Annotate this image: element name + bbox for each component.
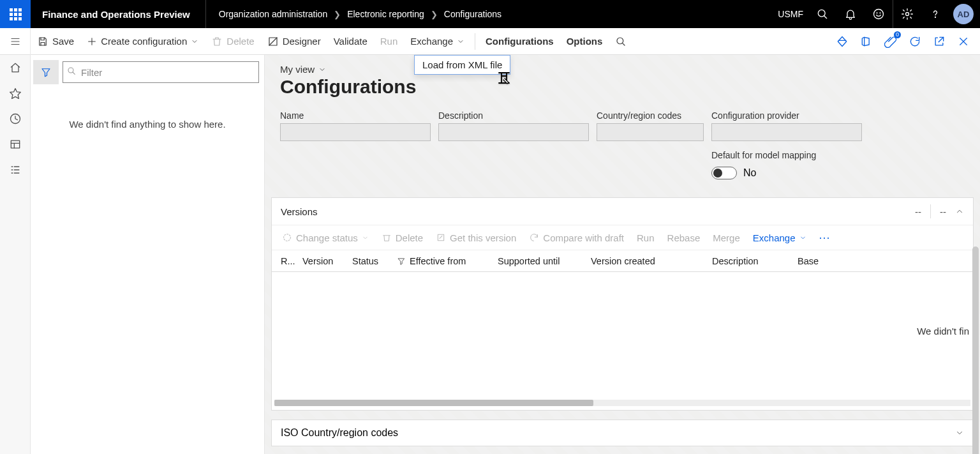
exchange-button[interactable]: Exchange bbox=[404, 28, 471, 55]
smiley-icon[interactable] bbox=[865, 0, 893, 28]
topbar-right: USMF AD bbox=[773, 0, 980, 28]
popout-icon[interactable] bbox=[928, 30, 951, 53]
validate-button[interactable]: Validate bbox=[327, 28, 374, 55]
compare-button[interactable]: Compare with draft bbox=[523, 225, 630, 250]
rail-workspace-icon[interactable] bbox=[0, 132, 31, 157]
field-name: Name bbox=[280, 110, 431, 141]
office-icon[interactable] bbox=[855, 30, 878, 53]
provider-label: Configuration provider bbox=[711, 110, 862, 121]
options-tab[interactable]: Options bbox=[560, 28, 609, 55]
exchange-menu-item-load-xml[interactable]: Load from XML file bbox=[414, 55, 510, 75]
configurations-tab[interactable]: Configurations bbox=[479, 28, 560, 55]
header-fields: Name Description Country/region codes Co… bbox=[280, 110, 965, 179]
avatar[interactable]: AD bbox=[953, 4, 974, 24]
divider bbox=[930, 204, 931, 218]
attachments-badge: 0 bbox=[894, 31, 901, 38]
save-button[interactable]: Save bbox=[31, 28, 80, 55]
search-icon[interactable] bbox=[808, 0, 836, 28]
rebase-button[interactable]: Rebase bbox=[661, 225, 707, 250]
field-provider: Configuration provider Default for model… bbox=[711, 110, 862, 179]
ccr-input[interactable] bbox=[597, 123, 704, 141]
run-button[interactable]: Run bbox=[374, 28, 405, 55]
version-run-button[interactable]: Run bbox=[630, 225, 661, 250]
overflow-button[interactable]: ··· bbox=[813, 231, 837, 245]
svg-point-5 bbox=[906, 13, 909, 16]
col-effective-from[interactable]: Effective from bbox=[392, 256, 493, 266]
gear-icon[interactable] bbox=[893, 0, 921, 28]
description-input[interactable] bbox=[438, 123, 589, 141]
nav-toggle-button[interactable] bbox=[0, 28, 31, 55]
iso-card[interactable]: ISO Country/region codes bbox=[271, 420, 974, 446]
divider bbox=[475, 33, 475, 50]
change-status-button[interactable]: Change status bbox=[276, 225, 375, 250]
chevron-right-icon: ❯ bbox=[334, 10, 341, 19]
horizontal-scrollbar[interactable] bbox=[274, 400, 970, 406]
delete-button[interactable]: Delete bbox=[205, 28, 260, 55]
svg-line-36 bbox=[440, 236, 442, 238]
col-supported-until[interactable]: Supported until bbox=[493, 256, 586, 266]
default-mm-value: No bbox=[743, 167, 756, 179]
chevron-down-icon bbox=[318, 66, 326, 73]
col-status[interactable]: Status bbox=[347, 256, 392, 266]
filter-input[interactable] bbox=[63, 61, 259, 83]
bell-icon[interactable] bbox=[836, 0, 865, 28]
versions-grid-body: We didn't fin bbox=[272, 272, 973, 400]
rail-star-icon[interactable] bbox=[0, 80, 31, 106]
provider-input[interactable] bbox=[711, 123, 862, 141]
name-input[interactable] bbox=[280, 123, 431, 141]
rail-home-icon[interactable] bbox=[0, 55, 31, 80]
exchange-label: Exchange bbox=[410, 36, 453, 47]
versions-commandbar: Change status Delete Get this version Co… bbox=[272, 225, 973, 250]
versions-header[interactable]: Versions -- -- bbox=[272, 198, 973, 225]
vertical-scrollbar[interactable] bbox=[972, 246, 979, 454]
search-command[interactable] bbox=[609, 28, 633, 55]
col-base[interactable]: Base bbox=[792, 256, 843, 266]
company-picker[interactable]: USMF bbox=[773, 9, 808, 19]
default-mm-label: Default for model mapping bbox=[711, 150, 862, 160]
breadcrumb-item[interactable]: Configurations bbox=[444, 9, 501, 19]
options-label: Options bbox=[567, 36, 603, 47]
diamond-icon[interactable] bbox=[831, 30, 854, 53]
breadcrumb-item[interactable]: Electronic reporting bbox=[347, 9, 424, 19]
help-icon[interactable] bbox=[921, 0, 949, 28]
svg-rect-22 bbox=[11, 140, 19, 148]
breadcrumb-item[interactable]: Organization administration bbox=[219, 9, 327, 19]
iso-title: ISO Country/region codes bbox=[281, 427, 398, 439]
rail-recent-icon[interactable] bbox=[0, 106, 31, 132]
list-pane: We didn't find anything to show here. bbox=[31, 55, 265, 454]
versions-dash: -- bbox=[915, 206, 921, 217]
versions-card: Versions -- -- Change status Delete bbox=[271, 197, 974, 411]
ccr-label: Country/region codes bbox=[597, 110, 704, 121]
col-r[interactable]: R... bbox=[276, 256, 297, 266]
get-version-button[interactable]: Get this version bbox=[429, 225, 523, 250]
create-configuration-button[interactable]: Create configuration bbox=[80, 28, 205, 55]
svg-point-6 bbox=[935, 17, 936, 18]
col-description[interactable]: Description bbox=[707, 256, 792, 266]
attachments-button[interactable]: 0 bbox=[879, 30, 902, 53]
command-bar-right: 0 bbox=[831, 28, 980, 55]
designer-button[interactable]: Designer bbox=[261, 28, 327, 55]
filter-toggle-icon[interactable] bbox=[33, 60, 59, 84]
filter-input-wrap bbox=[63, 61, 259, 83]
svg-marker-20 bbox=[10, 89, 20, 99]
rail-modules-icon[interactable] bbox=[0, 157, 31, 183]
svg-point-3 bbox=[877, 13, 877, 13]
col-version[interactable]: Version bbox=[297, 256, 347, 266]
view-selector[interactable]: My view bbox=[280, 64, 326, 77]
refresh-icon[interactable] bbox=[903, 30, 926, 53]
filter-row bbox=[31, 55, 264, 89]
merge-button[interactable]: Merge bbox=[706, 225, 746, 250]
grid-empty-text: We didn't fin bbox=[917, 326, 969, 337]
default-mm-toggle[interactable] bbox=[711, 167, 737, 179]
version-exchange-button[interactable]: Exchange bbox=[746, 225, 813, 250]
breadcrumb: Organization administration ❯ Electronic… bbox=[206, 9, 501, 19]
close-icon[interactable] bbox=[952, 30, 975, 53]
chevron-up-icon[interactable] bbox=[955, 207, 964, 216]
view-label: My view bbox=[280, 64, 315, 75]
chevron-down-icon bbox=[457, 38, 464, 45]
version-delete-button[interactable]: Delete bbox=[375, 225, 429, 250]
configurations-label: Configurations bbox=[486, 36, 554, 47]
col-version-created[interactable]: Version created bbox=[586, 256, 707, 266]
app-launcher-button[interactable] bbox=[0, 0, 31, 28]
chevron-down-icon bbox=[799, 234, 806, 241]
